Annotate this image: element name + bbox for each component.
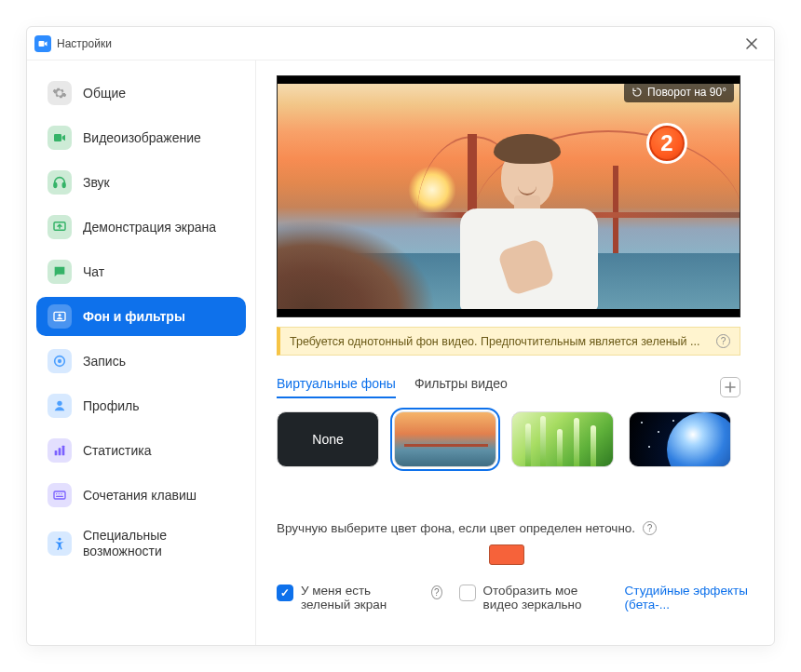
headphones-icon bbox=[48, 170, 72, 195]
background-icon bbox=[48, 304, 72, 329]
plus-icon bbox=[725, 382, 736, 393]
svg-point-9 bbox=[57, 401, 61, 406]
rotate-label: Поворот на 90° bbox=[647, 86, 726, 99]
annotation-badge: 2 bbox=[646, 123, 687, 164]
svg-rect-12 bbox=[62, 446, 65, 456]
sidebar-item-label: Специальные возможности bbox=[83, 528, 235, 559]
svg-rect-2 bbox=[54, 183, 57, 188]
share-screen-icon bbox=[48, 215, 72, 239]
svg-rect-3 bbox=[62, 183, 65, 188]
settings-window: Настройки Общие Видеоизображение bbox=[26, 26, 775, 646]
sidebar-item-label: Видеоизображение bbox=[83, 130, 201, 146]
help-icon[interactable]: ? bbox=[643, 521, 657, 535]
sidebar-item-profile[interactable]: Профиль bbox=[36, 386, 246, 425]
main-panel: Поворот на 90° 2 Требуется однотонный фо… bbox=[256, 60, 774, 645]
sidebar-item-label: Сочетания клавиш bbox=[83, 488, 197, 504]
tab-video-filters[interactable]: Фильтры видео bbox=[414, 376, 508, 398]
tab-virtual-backgrounds[interactable]: Виртуальные фоны bbox=[277, 376, 396, 398]
sidebar-item-accessibility[interactable]: Специальные возможности bbox=[36, 520, 246, 567]
svg-rect-1 bbox=[54, 134, 61, 141]
studio-effects-link[interactable]: Студийные эффекты (бета-... bbox=[625, 584, 753, 612]
svg-rect-0 bbox=[39, 41, 45, 47]
svg-point-14 bbox=[59, 538, 61, 541]
sidebar-item-label: Профиль bbox=[83, 398, 139, 414]
svg-rect-10 bbox=[55, 450, 58, 455]
checkbox-mirror[interactable] bbox=[459, 585, 476, 601]
checkbox-green-screen-label: У меня есть зеленый экран bbox=[301, 584, 414, 612]
sidebar-item-shortcuts[interactable]: Сочетания клавиш bbox=[36, 476, 246, 515]
sidebar-item-general[interactable]: Общие bbox=[36, 74, 246, 113]
tabs: Виртуальные фоны Фильтры видео bbox=[277, 376, 740, 398]
video-icon bbox=[48, 126, 72, 150]
sidebar-item-statistics[interactable]: Статистика bbox=[36, 431, 246, 470]
svg-rect-13 bbox=[54, 491, 65, 499]
sidebar-item-label: Статистика bbox=[83, 443, 152, 459]
checkbox-mirror-label: Отобразить мое видео зеркально bbox=[483, 584, 608, 612]
record-icon bbox=[48, 349, 72, 373]
help-icon[interactable]: ? bbox=[431, 585, 442, 599]
profile-icon bbox=[48, 394, 72, 418]
close-button[interactable] bbox=[739, 31, 765, 57]
stats-icon bbox=[48, 438, 72, 463]
window-title: Настройки bbox=[57, 37, 112, 50]
sidebar-item-chat[interactable]: Чат bbox=[36, 252, 246, 291]
help-icon[interactable]: ? bbox=[716, 334, 730, 348]
preview-person bbox=[453, 104, 602, 311]
app-icon bbox=[34, 35, 51, 52]
bg-thumb-none[interactable]: None bbox=[277, 411, 379, 467]
rotate-button[interactable]: Поворот на 90° bbox=[624, 82, 734, 102]
video-preview: Поворот на 90° 2 bbox=[277, 75, 740, 317]
sidebar-item-share-screen[interactable]: Демонстрация экрана bbox=[36, 208, 246, 247]
manual-color-section: Вручную выберите цвет фона, если цвет оп… bbox=[277, 521, 753, 612]
background-thumbnails: None bbox=[277, 411, 753, 467]
bg-thumb-golden-gate[interactable] bbox=[394, 411, 496, 467]
color-swatch[interactable] bbox=[489, 544, 524, 565]
sidebar: Общие Видеоизображение Звук Демонстрация… bbox=[27, 60, 256, 645]
checkbox-green-screen[interactable] bbox=[277, 585, 293, 601]
svg-point-6 bbox=[58, 314, 61, 316]
sidebar-item-recording[interactable]: Запись bbox=[36, 342, 246, 381]
accessibility-icon bbox=[48, 531, 72, 556]
manual-color-label: Вручную выберите цвет фона, если цвет оп… bbox=[277, 521, 635, 535]
sidebar-item-label: Звук bbox=[83, 175, 110, 191]
bg-thumb-none-label: None bbox=[312, 432, 343, 447]
bg-thumb-grass[interactable] bbox=[511, 411, 614, 467]
bg-thumb-earth[interactable] bbox=[629, 411, 731, 467]
close-icon bbox=[746, 38, 757, 49]
sidebar-item-video[interactable]: Видеоизображение bbox=[36, 118, 246, 157]
sidebar-item-label: Запись bbox=[83, 354, 126, 370]
warning-text: Требуется однотонный фон видео. Предпочт… bbox=[290, 335, 699, 348]
sidebar-item-label: Демонстрация экрана bbox=[83, 220, 216, 235]
sidebar-item-label: Общие bbox=[83, 86, 126, 101]
titlebar: Настройки bbox=[27, 27, 774, 60]
svg-rect-11 bbox=[59, 448, 61, 455]
sidebar-item-label: Чат bbox=[83, 264, 104, 280]
gear-icon bbox=[48, 81, 72, 105]
warning-banner: Требуется однотонный фон видео. Предпочт… bbox=[277, 327, 740, 356]
keyboard-icon bbox=[48, 483, 72, 507]
chat-icon bbox=[48, 260, 72, 284]
add-background-button[interactable] bbox=[720, 377, 740, 397]
sidebar-item-audio[interactable]: Звук bbox=[36, 163, 246, 202]
rotate-icon bbox=[631, 87, 643, 98]
sidebar-item-background-filters[interactable]: Фон и фильтры bbox=[36, 297, 246, 336]
sidebar-item-label: Фон и фильтры bbox=[83, 309, 185, 325]
svg-point-8 bbox=[58, 359, 61, 363]
